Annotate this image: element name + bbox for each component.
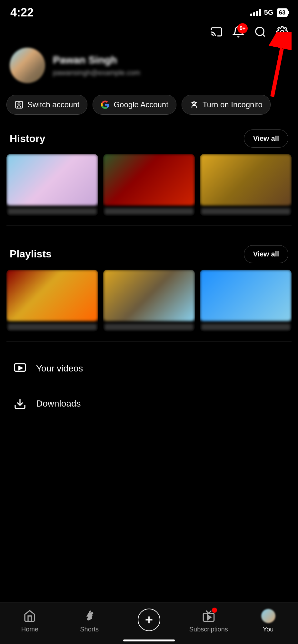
- playlists-section-header: Playlists View all: [0, 235, 298, 270]
- subscriptions-nav-label: Subscriptions: [189, 626, 228, 633]
- svg-point-8: [18, 103, 20, 105]
- google-account-button[interactable]: Google Account: [93, 95, 176, 115]
- home-icon: [23, 609, 37, 623]
- svg-line-2: [263, 34, 265, 36]
- playlists-title: Playlists: [10, 248, 52, 260]
- you-nav-label: You: [263, 626, 274, 633]
- playlist-thumb-1[interactable]: [6, 270, 98, 332]
- your-videos-label: Your videos: [36, 363, 83, 374]
- playlists-view-all-button[interactable]: View all: [244, 245, 288, 263]
- history-title: History: [10, 133, 45, 145]
- section-divider-2: [6, 341, 292, 341]
- notifications-button[interactable]: 9+: [232, 26, 244, 38]
- home-nav-label: Home: [21, 626, 38, 633]
- switch-account-button[interactable]: Switch account: [6, 95, 87, 115]
- profile-section: Pawan Singh pawansingh@example.com: [0, 41, 298, 90]
- home-indicator: [123, 639, 175, 641]
- battery-icon: 63: [277, 8, 288, 17]
- history-thumb-2[interactable]: [103, 154, 195, 216]
- downloads-menu-item[interactable]: Downloads: [6, 386, 292, 421]
- notification-badge: 9+: [237, 23, 248, 34]
- nav-you[interactable]: You: [238, 609, 298, 633]
- your-videos-menu-item[interactable]: Your videos: [6, 351, 292, 386]
- nav-add[interactable]: [119, 609, 179, 634]
- history-thumb-1[interactable]: [6, 154, 98, 216]
- add-button[interactable]: [138, 609, 160, 631]
- your-videos-icon: [13, 361, 27, 376]
- history-thumb-3[interactable]: [200, 154, 292, 216]
- history-section-header: History View all: [0, 120, 298, 154]
- profile-info: Pawan Singh pawansingh@example.com: [53, 54, 140, 77]
- signal-bars-icon: [250, 9, 261, 16]
- nav-home[interactable]: Home: [0, 609, 60, 633]
- section-divider-1: [6, 226, 292, 226]
- subscriptions-notification-dot: [212, 608, 217, 613]
- svg-point-1: [256, 27, 264, 35]
- shorts-nav-label: Shorts: [80, 626, 99, 633]
- downloads-icon: [13, 397, 27, 411]
- cast-button[interactable]: [210, 26, 223, 38]
- svg-point-3: [281, 30, 284, 34]
- top-action-bar: 9+: [0, 23, 298, 41]
- nav-subscriptions[interactable]: Subscriptions: [179, 609, 238, 633]
- status-bar: 4:22 5G 63: [0, 0, 298, 23]
- playlists-thumbnails: [0, 270, 298, 332]
- account-actions: Switch account Google Account Turn on In…: [0, 90, 298, 120]
- subscriptions-icon: [202, 609, 216, 623]
- svg-marker-11: [19, 366, 22, 370]
- status-time: 4:22: [10, 6, 34, 19]
- shorts-icon: [82, 609, 96, 623]
- history-thumbnails: [0, 154, 298, 216]
- nav-shorts[interactable]: Shorts: [60, 609, 119, 633]
- search-button[interactable]: [254, 26, 266, 38]
- bottom-nav: Home Shorts Subscr: [0, 602, 298, 644]
- profile-name: Pawan Singh: [53, 54, 140, 66]
- svg-marker-16: [207, 615, 211, 620]
- playlist-thumb-2[interactable]: [103, 270, 195, 332]
- playlist-thumb-3[interactable]: [200, 270, 292, 332]
- status-icons: 5G 63: [250, 8, 288, 17]
- history-view-all-button[interactable]: View all: [244, 130, 288, 148]
- downloads-label: Downloads: [36, 399, 81, 409]
- avatar: [10, 48, 45, 83]
- menu-list: Your videos Downloads: [0, 351, 298, 421]
- incognito-button[interactable]: Turn on Incognito: [182, 95, 271, 115]
- profile-email: pawansingh@example.com: [53, 69, 140, 77]
- you-avatar-icon: [261, 609, 275, 623]
- settings-button[interactable]: [276, 26, 288, 38]
- network-type: 5G: [264, 8, 273, 17]
